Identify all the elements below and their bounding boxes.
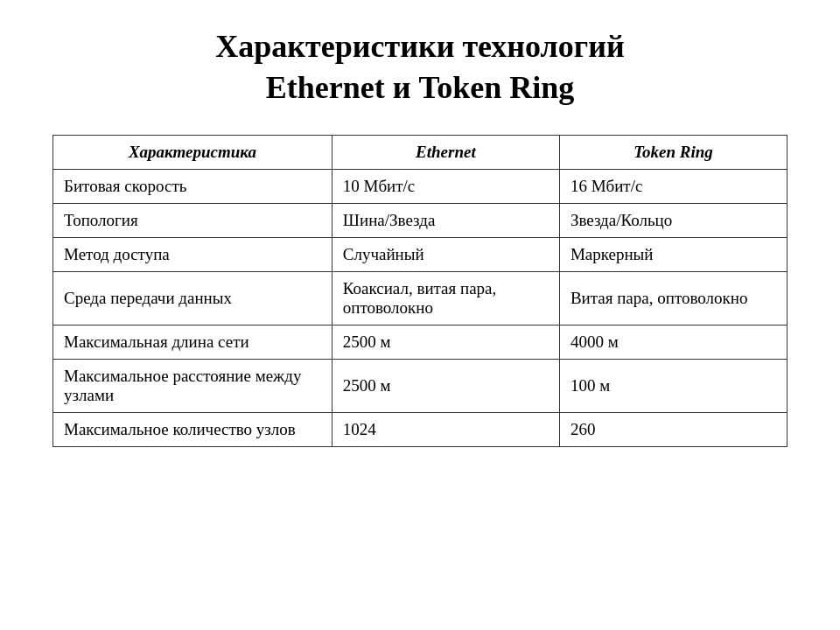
header-ethernet: Ethernet (332, 135, 559, 169)
cell-ethernet: 2500 м (332, 359, 559, 412)
cell-characteristic: Метод доступа (53, 237, 332, 271)
cell-token-ring: Звезда/Кольцо (559, 203, 787, 237)
table-row: Максимальное количество узлов1024260 (53, 412, 788, 446)
header-characteristic: Характеристика (53, 135, 332, 169)
table-row: ТопологияШина/ЗвездаЗвезда/Кольцо (53, 203, 788, 237)
cell-characteristic: Максимальное количество узлов (53, 412, 332, 446)
cell-ethernet: Случайный (332, 237, 559, 271)
cell-token-ring: 100 м (559, 359, 787, 412)
table-row: Максимальная длина сети2500 м4000 м (53, 325, 788, 359)
title-line1: Характеристики технологий (215, 26, 624, 67)
cell-ethernet: Шина/Звезда (332, 203, 559, 237)
table-row: Среда передачи данныхКоаксиал, витая пар… (53, 271, 788, 325)
cell-token-ring: 260 (559, 412, 787, 446)
cell-ethernet: 2500 м (332, 325, 559, 359)
cell-characteristic: Битовая скорость (53, 169, 332, 203)
table-header-row: Характеристика Ethernet Token Ring (53, 135, 788, 169)
cell-characteristic: Максимальная длина сети (53, 325, 332, 359)
table-row: Битовая скорость10 Мбит/с16 Мбит/с (53, 169, 788, 203)
cell-ethernet: Коаксиал, витая пара, оптоволокно (332, 271, 559, 325)
table-row: Метод доступаСлучайныйМаркерный (53, 237, 788, 271)
title-line2: Ethernet и Token Ring (215, 67, 624, 108)
cell-characteristic: Максимальное расстояние между узлами (53, 359, 332, 412)
cell-characteristic: Среда передачи данных (53, 271, 332, 325)
table-row: Максимальное расстояние между узлами2500… (53, 359, 788, 412)
comparison-table: Характеристика Ethernet Token Ring Битов… (52, 135, 788, 447)
header-token-ring: Token Ring (559, 135, 787, 169)
page-title: Характеристики технологий Ethernet и Tok… (215, 26, 624, 108)
cell-ethernet: 10 Мбит/с (332, 169, 559, 203)
cell-token-ring: 16 Мбит/с (559, 169, 787, 203)
cell-token-ring: Маркерный (559, 237, 787, 271)
cell-token-ring: Витая пара, оптоволокно (559, 271, 787, 325)
cell-token-ring: 4000 м (559, 325, 787, 359)
cell-characteristic: Топология (53, 203, 332, 237)
cell-ethernet: 1024 (332, 412, 559, 446)
